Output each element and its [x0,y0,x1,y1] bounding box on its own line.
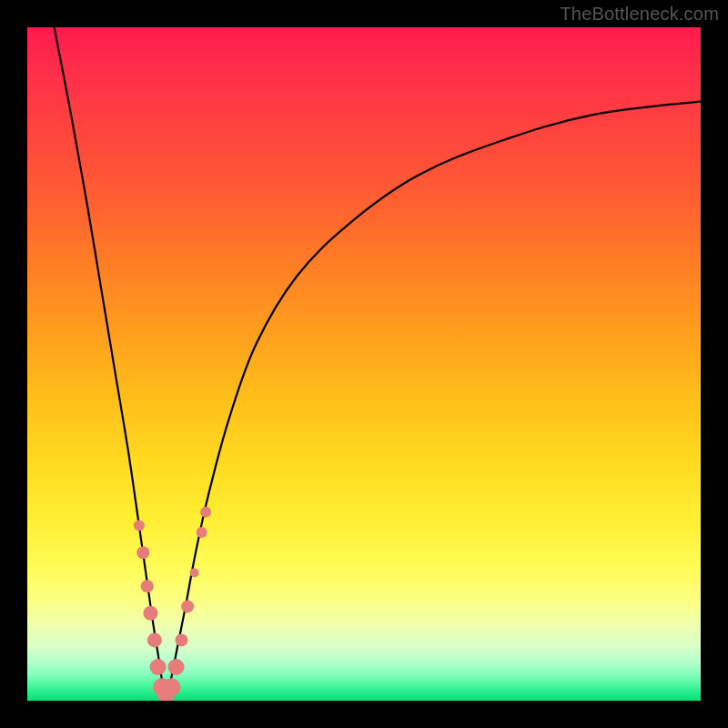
marker-dot [175,633,187,646]
marker-dot [134,521,145,531]
marker-group [134,507,211,701]
marker-dot [143,606,157,621]
marker-dot [150,659,167,675]
curve-left-branch [55,27,166,701]
marker-dot [200,507,211,518]
marker-dot [147,632,162,647]
marker-dot [190,568,199,577]
marker-dot [136,546,149,559]
marker-dot [162,678,180,696]
marker-dot [197,527,207,538]
marker-dot [181,600,194,612]
marker-dot [168,659,185,675]
attribution-label: TheBottleneck.com [560,4,719,25]
curve-right-branch [166,101,701,701]
chart-frame: TheBottleneck.com [0,0,728,728]
plot-area [27,27,701,701]
marker-dot [141,580,154,592]
chart-svg [27,27,701,701]
